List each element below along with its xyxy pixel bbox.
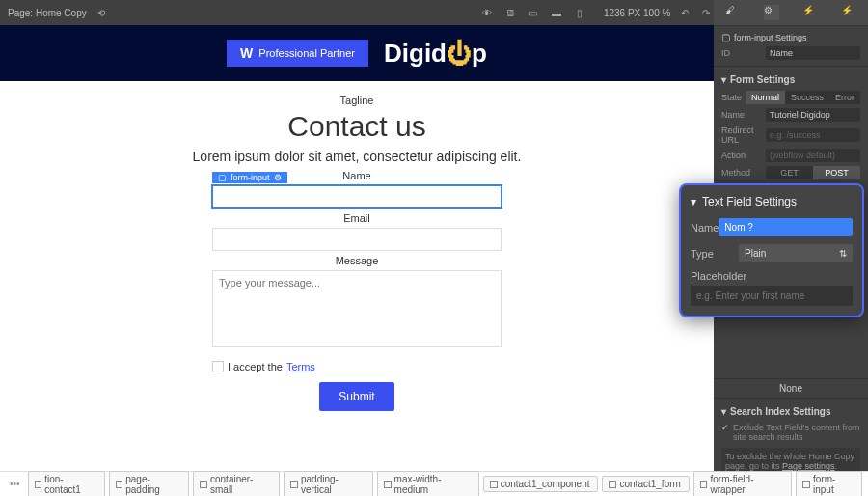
state-error[interactable]: Error	[829, 91, 860, 104]
zoom-level[interactable]: 1236 PX 100 %	[604, 8, 671, 18]
gear-icon[interactable]: ⚙	[274, 173, 282, 182]
webflow-logo-icon: W	[240, 45, 253, 61]
box-icon: ▢	[721, 32, 730, 42]
id-value[interactable]: Name	[766, 46, 860, 60]
form-name-label: Name	[721, 110, 762, 120]
brush-icon[interactable]: 🖌	[725, 5, 741, 20]
crumb[interactable]: contact1_component	[483, 476, 599, 492]
hero-banner: W Professional Partner Digid⏻p	[0, 25, 714, 81]
pop-type-select[interactable]: Plain⇅	[739, 244, 853, 262]
terms-row: I accept the Terms	[212, 361, 315, 372]
box-icon	[700, 481, 708, 488]
method-label: Method	[721, 168, 762, 178]
page-content: Tagline Contact us Lorem ipsum dolor sit…	[0, 81, 714, 425]
page-title: Contact us	[287, 110, 425, 143]
partner-badge: W Professional Partner	[227, 40, 368, 67]
redirect-value[interactable]: e.g. /success	[766, 128, 860, 142]
canvas: W Professional Partner Digid⏻p Tagline C…	[0, 25, 714, 471]
redo-icon[interactable]: ↷	[699, 6, 713, 19]
text-field-settings-popover: ▾ Text Field Settings Name Type Plain⇅ P…	[679, 183, 864, 317]
mobile-icon[interactable]: ▯	[573, 6, 586, 19]
box-icon	[290, 481, 298, 488]
exclude-text: Exclude Text Field's content from site s…	[733, 423, 860, 442]
logo: Digid⏻p	[384, 39, 487, 69]
email-label: Email	[343, 212, 370, 224]
box-icon	[35, 481, 42, 488]
tagline: Tagline	[340, 95, 374, 106]
bolt-icon[interactable]: ⚡	[841, 5, 856, 20]
check-icon[interactable]: ✓	[721, 423, 729, 432]
form-name-value[interactable]: Tutoriel Digidop	[766, 108, 860, 122]
crumb[interactable]: page-padding	[109, 471, 190, 497]
gear-icon[interactable]: ⚙	[764, 5, 779, 20]
lead-text: Lorem ipsum dolor sit amet, consectetur …	[193, 149, 522, 164]
contact-form: Name ▢ form-input ⚙ Email Message I acce…	[212, 170, 502, 411]
navigator-breadcrumb: ••• tion-contact1 page-padding container…	[0, 471, 868, 496]
tablet-landscape-icon[interactable]: ▬	[550, 6, 563, 19]
crumb[interactable]: tion-contact1	[28, 471, 105, 497]
email-input[interactable]	[212, 228, 502, 251]
pop-placeholder-label: Placeholder	[691, 270, 853, 282]
crumb[interactable]: container-small	[193, 471, 280, 497]
state-label: State	[721, 93, 742, 102]
crumb[interactable]: max-width-medium	[377, 471, 479, 497]
method-get[interactable]: GET	[766, 166, 813, 179]
message-label: Message	[336, 255, 379, 266]
terms-text: I accept the	[228, 361, 283, 372]
terms-link[interactable]: Terms	[286, 361, 315, 372]
box-icon	[609, 481, 616, 488]
power-icon: ⏻	[447, 39, 472, 69]
box-icon	[802, 481, 810, 488]
action-label: Action	[721, 151, 762, 160]
state-success[interactable]: Success	[785, 91, 829, 104]
name-field-wrapper: ▢ form-input ⚙	[212, 185, 502, 208]
message-textarea[interactable]	[212, 270, 502, 347]
pop-type-label: Type	[691, 248, 739, 260]
id-label: ID	[721, 48, 762, 58]
name-label: Name	[342, 170, 370, 181]
eye-icon[interactable]: 👁	[480, 6, 494, 19]
search-settings-header[interactable]: ▾ Search Index Settings	[721, 402, 860, 421]
crumb[interactable]: padding-vertical	[284, 471, 373, 497]
undo-icon[interactable]: ↶	[678, 6, 692, 19]
state-normal[interactable]: Normal	[746, 91, 785, 104]
page-label[interactable]: Page: Home Copy	[8, 8, 87, 18]
popover-header: ▾ Text Field Settings	[691, 195, 853, 208]
submit-button[interactable]: Submit	[319, 382, 393, 411]
pop-name-label: Name	[691, 222, 719, 234]
crumb[interactable]: form-input	[796, 471, 862, 497]
action-value[interactable]: (webflow default)	[766, 149, 860, 162]
partner-label: Professional Partner	[258, 47, 355, 59]
form-settings-header[interactable]: ▾ Form Settings	[721, 70, 860, 89]
selection-tag[interactable]: ▢ form-input ⚙	[212, 172, 287, 183]
sliders-icon[interactable]: ⚡	[802, 5, 818, 20]
name-input[interactable]	[212, 185, 502, 208]
box-icon	[116, 481, 123, 488]
terms-checkbox[interactable]	[212, 361, 224, 372]
tablet-icon[interactable]: ▭	[527, 6, 540, 19]
box-icon	[384, 481, 392, 488]
box-icon	[490, 481, 498, 488]
box-icon: ▢	[218, 173, 227, 182]
desktop-icon[interactable]: 🖥	[503, 6, 517, 19]
redirect-label: Redirect URL	[721, 125, 762, 145]
none-label: None	[779, 383, 802, 394]
crumb[interactable]: contact1_form	[602, 476, 689, 492]
refresh-icon[interactable]: ⟲	[95, 6, 108, 19]
box-icon	[200, 481, 207, 488]
method-post[interactable]: POST	[813, 166, 860, 179]
pop-name-input[interactable]	[719, 218, 853, 236]
chevron-icon: ⇅	[839, 248, 847, 259]
pop-placeholder-input[interactable]	[691, 286, 853, 306]
selector-title: form-input Settings	[734, 33, 807, 42]
page-settings-link[interactable]: Page settings	[782, 461, 835, 471]
crumb[interactable]: form-field-wrapper	[693, 471, 793, 497]
breadcrumb-more[interactable]: •••	[6, 479, 24, 489]
